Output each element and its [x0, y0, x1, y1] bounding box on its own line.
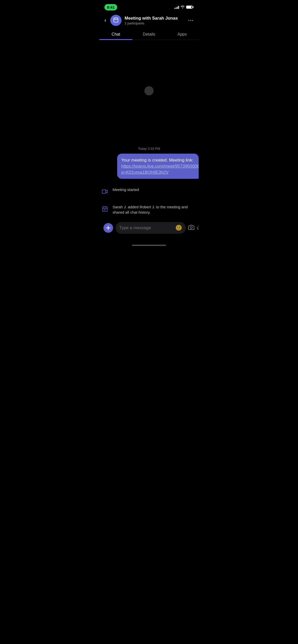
header: ‹ Meeting with Sarah Jonas 2 participant…	[99, 13, 199, 29]
message-text: Your meeting is created. Meeting link:	[121, 158, 193, 163]
meeting-link[interactable]: https://teams.live.com/meet/957395000666…	[121, 164, 199, 175]
message-container: Your meeting is created. Meeting link: h…	[99, 154, 199, 179]
tabs: Chat Details Apps	[99, 29, 199, 40]
svg-point-13	[190, 227, 192, 229]
video-icon	[100, 187, 110, 196]
mic-button[interactable]	[197, 224, 199, 232]
back-button[interactable]: ‹	[103, 16, 107, 25]
home-bar	[132, 245, 166, 246]
add-button[interactable]	[103, 223, 113, 233]
message-bubble: Your meeting is created. Meeting link: h…	[117, 154, 199, 179]
meeting-info: Meeting with Sarah Jonas 2 participants	[125, 16, 184, 25]
message-input[interactable]	[119, 225, 173, 230]
svg-rect-4	[102, 190, 106, 193]
meeting-title: Meeting with Sarah Jonas	[125, 16, 184, 21]
tab-chat[interactable]: Chat	[99, 29, 132, 40]
more-options-button[interactable]: ⋯	[187, 16, 195, 25]
message-timestamp: Today 3:33 PM	[99, 147, 199, 151]
system-message-meeting-started: Meeting started	[99, 187, 199, 196]
tab-details[interactable]: Details	[132, 29, 166, 40]
input-area: 🙂	[99, 219, 199, 241]
status-bar: 9:41	[99, 0, 199, 13]
system-text-user-added: Sarah J. added Robert J. to the meeting …	[113, 204, 198, 215]
status-time: 9:41	[104, 4, 117, 10]
system-text-meeting-started: Meeting started	[113, 187, 198, 192]
meeting-avatar	[110, 15, 121, 26]
emoji-button[interactable]: 🙂	[175, 225, 182, 231]
wifi-icon	[181, 5, 185, 9]
svg-rect-0	[114, 18, 118, 22]
svg-rect-5	[103, 207, 107, 211]
tab-apps[interactable]: Apps	[166, 29, 199, 40]
signal-icon	[174, 5, 179, 9]
camera-button[interactable]	[188, 224, 194, 232]
calendar-system-icon	[100, 204, 110, 213]
status-icons	[174, 5, 194, 9]
scroll-indicator	[144, 86, 154, 95]
battery-icon	[186, 6, 194, 9]
home-indicator	[99, 241, 199, 250]
chat-area	[99, 40, 199, 142]
system-message-user-added: Sarah J. added Robert J. to the meeting …	[99, 204, 199, 215]
calendar-icon	[113, 17, 119, 24]
message-input-wrapper: 🙂	[116, 222, 186, 234]
participants-count: 2 participants	[125, 21, 184, 25]
